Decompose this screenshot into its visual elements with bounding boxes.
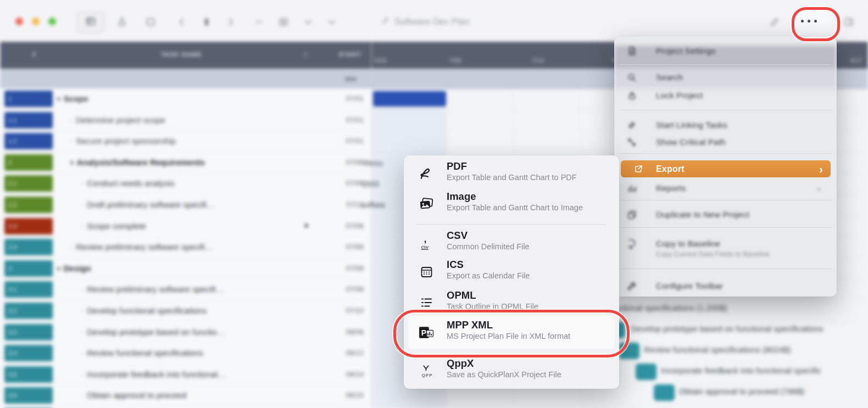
grid-view-button[interactable] [77, 12, 104, 33]
sidebar-panel-icon[interactable] [842, 15, 855, 29]
submenu-item-title: Image [447, 191, 476, 203]
menu-item-start-linking-tasks[interactable]: Start Linking Tasks [614, 118, 837, 132]
submenu-item-csv[interactable]: ,csvCSVCommon Delimited File [404, 230, 619, 257]
focus-button[interactable] [200, 15, 213, 29]
task-badge: 1.2 [4, 133, 53, 149]
column-header-start[interactable]: START [327, 51, 373, 58]
task-bullet-icon: ◦ [81, 328, 84, 336]
menu-item-copy-to-baseline[interactable]: Copy to Baseline [614, 237, 837, 251]
task-bullet-icon: ◦ [70, 243, 73, 251]
submenu-item-qppx[interactable]: QPPQppXSave as QuickPlanX Project File [404, 357, 619, 385]
csv-icon: ,csv [417, 233, 436, 253]
gantt-label-fragment: softwa [361, 200, 385, 209]
menu-separator [620, 227, 831, 228]
svg-text:csv: csv [421, 244, 429, 249]
submenu-item-pdf[interactable]: PDFExport Table and Gantt Chart to PDF [404, 160, 619, 188]
critical-path-icon [626, 137, 637, 148]
task-badge: 3.2 [4, 303, 53, 319]
traffic-light-minimize[interactable] [32, 18, 40, 25]
sort-icon[interactable]: ⇅ [301, 51, 310, 59]
submenu-item-ics[interactable]: ICSExport as Calendar File [404, 259, 619, 286]
chevron-down-button[interactable] [302, 15, 315, 29]
task-name: ◦Obtain approval to proceed [81, 390, 186, 400]
timeline-tick-label: 6/29 [375, 57, 386, 64]
task-start-date: 07/08 [308, 285, 364, 293]
menu-item-show-critical-path[interactable]: Show Critical Path [614, 135, 837, 149]
svg-text:,: , [424, 236, 427, 244]
export-up-button[interactable] [115, 15, 129, 29]
timeline-year-label: 2015 [338, 76, 363, 82]
task-name: ◦Develop prototype based on functio… [81, 327, 225, 337]
task-name: ◦Review preliminary software specifi… [81, 284, 224, 294]
gantt-label-fragment: (600 [363, 179, 379, 188]
task-start-date: 08/06 [308, 328, 364, 336]
menu-item-configure-toolbar[interactable]: Configure Toolbar [614, 279, 837, 293]
task-name: ▾Scope [57, 94, 88, 103]
submenu-item-description: Export as Calendar File [447, 271, 530, 280]
menu-item-duplicate-to-new-project[interactable]: Duplicate to New Project [614, 208, 837, 222]
timeline-tick-label: 8/17 [850, 57, 862, 64]
task-start-date: 07/06 [308, 222, 364, 230]
chevron-down-2-button[interactable] [325, 15, 338, 29]
menu-item-search[interactable]: Search [614, 70, 837, 85]
disclosure-triangle-icon[interactable]: ▾ [70, 159, 74, 166]
task-start-date: 07/01 [308, 116, 364, 124]
project-settings-icon [626, 46, 637, 57]
disclosure-triangle-icon[interactable]: ▾ [57, 96, 60, 102]
more-button[interactable] [801, 20, 825, 24]
task-badge: 2.3 [4, 218, 53, 234]
edit-pencil-icon[interactable] [768, 15, 781, 29]
gantt-task-bar[interactable] [654, 384, 675, 401]
submenu-item-image[interactable]: ImageExport Table and Gantt Chart to Ima… [404, 191, 619, 218]
task-badge: 2.2 [4, 197, 53, 213]
menu-item-label: Duplicate to New Project [656, 210, 749, 220]
menu-item-export[interactable]: Export› [621, 160, 831, 177]
traffic-light-close[interactable] [15, 18, 23, 25]
menu-item-caption: Copy Current Data Fields to Baseline [656, 250, 769, 258]
gantt-bar-label: Review functional specifications (8024$) [644, 345, 791, 354]
menu-item-label: Copy to Baseline [656, 239, 720, 249]
task-start-date: 07/06 [308, 158, 364, 166]
menu-item-lock-project[interactable]: Lock Project [614, 88, 837, 103]
task-badge: 3 [4, 260, 53, 277]
task-badge: 1.1 [4, 112, 53, 128]
submenu-item-title: OPML [447, 289, 476, 301]
task-start-date: 07/08 [308, 264, 364, 272]
menu-item-project-settings[interactable]: Project Settings [614, 44, 837, 58]
gantt-bar-scope[interactable] [373, 91, 446, 107]
menu-item-label: Export [656, 164, 685, 174]
gantt-task-bar[interactable] [636, 364, 656, 380]
app-window: Software Dev Plan # TASK NAME ⇅ START 6/… [0, 0, 868, 408]
column-header-number[interactable]: # [22, 51, 46, 58]
task-bullet-icon: ◦ [81, 222, 84, 230]
task-start-date: 08/14 [308, 370, 364, 378]
zoom-out-button[interactable] [252, 15, 265, 29]
submenu-item-description: Save as QuickPlanX Project File [447, 370, 561, 379]
task-bullet-icon: ◦ [81, 286, 84, 293]
menu-item-reports[interactable]: Reports› [614, 181, 837, 195]
traffic-light-zoom[interactable] [48, 18, 56, 25]
frame-button[interactable] [144, 15, 157, 29]
search-icon [626, 72, 637, 83]
task-badge: 3.6 [4, 387, 53, 404]
svg-text:QPP: QPP [421, 372, 432, 377]
column-header-task-name[interactable]: TASK NAME [99, 51, 264, 58]
chevron-right-button[interactable] [224, 15, 237, 29]
task-name: ▾Design [57, 264, 91, 273]
export-icon [633, 164, 644, 175]
task-start-date: 07/01 [308, 137, 364, 145]
submenu-item-title: PDF [447, 160, 467, 172]
disclosure-triangle-icon[interactable]: ▾ [57, 265, 60, 272]
task-bullet-icon: ◦ [70, 137, 73, 145]
task-badge: 2.1 [4, 175, 53, 192]
task-name: ◦Determine project scope [70, 115, 165, 125]
chevron-left-button[interactable] [175, 15, 188, 29]
add-frame-button[interactable] [277, 15, 290, 29]
menu-item-label: Configure Toolbar [656, 281, 723, 291]
task-badge: 3.1 [4, 281, 53, 298]
task-start-date: 08/12 [308, 349, 364, 357]
lock-icon [626, 90, 637, 101]
task-name: ◦Scope complete [81, 221, 146, 231]
task-start-date: 08/15 [308, 391, 364, 399]
task-name: ◦Review preliminary software specifi… [70, 242, 213, 251]
